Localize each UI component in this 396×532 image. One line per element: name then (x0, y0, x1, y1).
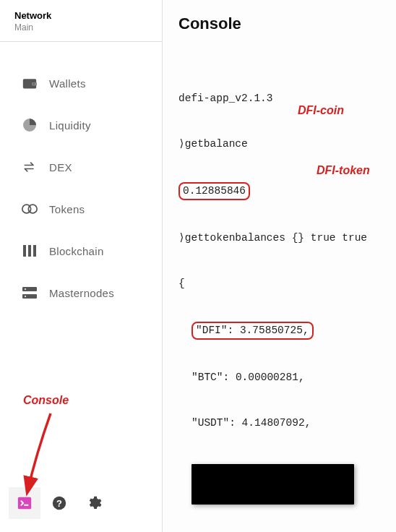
pie-icon (22, 117, 38, 133)
nav-label: Blockchain (49, 245, 104, 257)
wallet-icon (22, 75, 38, 91)
console-cmd-gettokenbalances: ⟩gettokenbalances {} true true (178, 231, 380, 246)
highlighted-dfi-token: "DFI": 3.75850725, (191, 322, 314, 340)
svg-point-2 (33, 83, 35, 85)
sidebar-item-tokens[interactable]: Tokens (0, 188, 162, 230)
server-icon (22, 285, 38, 301)
terminal-icon (17, 495, 33, 511)
nav-list: Wallets Liquidity DEX Tokens Blockchain (0, 42, 162, 479)
svg-point-10 (25, 288, 26, 290)
console-output: defi-app_v2.1.3 ⟩getbalance 0.12885846 ⟩… (178, 61, 380, 532)
sidebar-item-wallets[interactable]: Wallets (0, 62, 162, 104)
help-icon: ? (51, 495, 67, 511)
svg-point-11 (25, 296, 26, 297)
network-label: Network (14, 10, 147, 21)
console-app-line: defi-app_v2.1.3 (178, 91, 380, 106)
svg-rect-7 (33, 245, 36, 257)
svg-point-4 (28, 205, 37, 213)
svg-rect-6 (28, 245, 31, 257)
columns-icon (22, 243, 38, 259)
network-header: Network Main (0, 0, 162, 42)
bottom-toolbar: ? (0, 479, 162, 532)
sidebar-item-masternodes[interactable]: Masternodes (0, 272, 162, 314)
console-token-btc: "BTC": 0.00000281, (178, 370, 380, 385)
nav-label: Tokens (49, 203, 85, 215)
highlighted-balance: 0.12885846 (178, 182, 250, 200)
nav-label: DEX (49, 161, 72, 173)
sidebar: Network Main Wallets Liquidity DEX T (0, 0, 163, 532)
console-cmd-getbalance: ⟩getbalance (178, 137, 380, 152)
gear-icon (86, 495, 102, 511)
sidebar-item-liquidity[interactable]: Liquidity (0, 104, 162, 146)
swap-icon (22, 159, 38, 175)
console-button[interactable] (9, 487, 40, 519)
sidebar-item-dex[interactable]: DEX (0, 146, 162, 188)
console-result-balance: 0.12885846 (178, 182, 380, 200)
nav-label: Wallets (49, 77, 86, 90)
network-name: Main (14, 22, 147, 33)
nav-label: Masternodes (49, 287, 114, 299)
console-token-usdt: "USDT": 4.14807092, (178, 416, 380, 431)
console-brace-open: { (178, 276, 380, 291)
page-title: Console (178, 14, 380, 33)
redacted-block (191, 464, 354, 505)
sidebar-item-blockchain[interactable]: Blockchain (0, 230, 162, 272)
help-button[interactable]: ? (43, 487, 75, 519)
svg-rect-5 (23, 245, 26, 257)
svg-text:?: ? (56, 498, 62, 509)
settings-button[interactable] (78, 487, 110, 519)
console-token-dfi: "DFI": 3.75850725, (178, 322, 380, 340)
nav-label: Liquidity (49, 119, 91, 132)
svg-rect-12 (18, 497, 31, 510)
tokens-icon (22, 201, 38, 217)
main-panel: Console defi-app_v2.1.3 ⟩getbalance 0.12… (163, 0, 396, 532)
